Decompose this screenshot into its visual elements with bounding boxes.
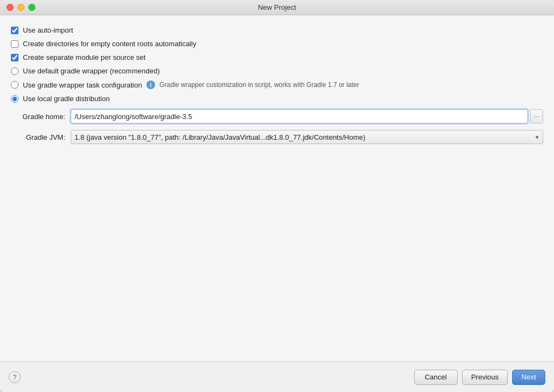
create-separate-module-row: Create separate module per source set	[11, 53, 543, 61]
create-directories-row: Create directories for empty content roo…	[11, 40, 543, 48]
close-button[interactable]	[7, 4, 14, 11]
new-project-window: New Project Use auto-import Create direc…	[0, 0, 554, 392]
bottom-buttons-group: Cancel Previous Next	[414, 370, 545, 385]
title-bar: New Project	[0, 0, 554, 15]
create-directories-label: Create directories for empty content roo…	[23, 40, 196, 48]
gradle-jvm-select[interactable]: 1.8 (java version "1.8.0_77", path: /Lib…	[71, 130, 543, 144]
maximize-button[interactable]	[28, 4, 35, 11]
window-title: New Project	[258, 3, 296, 11]
auto-import-row: Use auto-import	[11, 26, 543, 34]
gradle-jvm-row: Gradle JVM: 1.8 (java version "1.8.0_77"…	[11, 130, 543, 144]
gradle-jvm-label: Gradle JVM:	[11, 133, 71, 141]
use-gradle-wrapper-task-label: Use gradle wrapper task configuration	[23, 81, 142, 89]
use-gradle-wrapper-task-row: Use gradle wrapper task configuration i …	[11, 80, 543, 89]
gradle-home-input-wrapper: ···	[71, 109, 543, 123]
content-area: Use auto-import Create directories for e…	[0, 15, 554, 362]
cancel-button[interactable]: Cancel	[414, 370, 458, 385]
create-separate-module-label: Create separate module per source set	[23, 53, 145, 61]
auto-import-checkbox[interactable]	[11, 27, 19, 34]
create-directories-checkbox[interactable]	[11, 40, 19, 48]
auto-import-label: Use auto-import	[23, 26, 73, 34]
use-local-gradle-radio[interactable]	[11, 95, 19, 103]
use-default-gradle-row: Use default gradle wrapper (recommended)	[11, 67, 543, 75]
use-local-gradle-row: Use local gradle distribution	[11, 95, 543, 103]
use-gradle-wrapper-task-radio[interactable]	[11, 81, 19, 89]
use-local-gradle-label: Use local gradle distribution	[23, 95, 110, 103]
use-default-gradle-label: Use default gradle wrapper (recommended)	[23, 67, 159, 75]
info-icon[interactable]: i	[146, 80, 155, 89]
gradle-jvm-select-wrapper: 1.8 (java version "1.8.0_77", path: /Lib…	[71, 130, 543, 144]
ellipsis-icon: ···	[534, 113, 539, 120]
info-text: Gradle wrapper customization in script, …	[159, 81, 359, 89]
question-mark-icon: ?	[13, 374, 17, 381]
gradle-home-browse-button[interactable]: ···	[530, 109, 543, 123]
bottom-bar: ? Cancel Previous Next	[0, 362, 554, 392]
window-controls	[7, 4, 35, 11]
gradle-home-input[interactable]	[71, 109, 528, 123]
help-button[interactable]: ?	[9, 371, 21, 383]
create-separate-module-checkbox[interactable]	[11, 54, 19, 61]
gradle-home-label: Gradle home:	[11, 113, 71, 121]
next-button[interactable]: Next	[512, 370, 545, 385]
minimize-button[interactable]	[17, 4, 24, 11]
use-default-gradle-radio[interactable]	[11, 67, 19, 75]
gradle-home-row: Gradle home: ···	[11, 109, 543, 123]
previous-button[interactable]: Previous	[462, 370, 508, 385]
